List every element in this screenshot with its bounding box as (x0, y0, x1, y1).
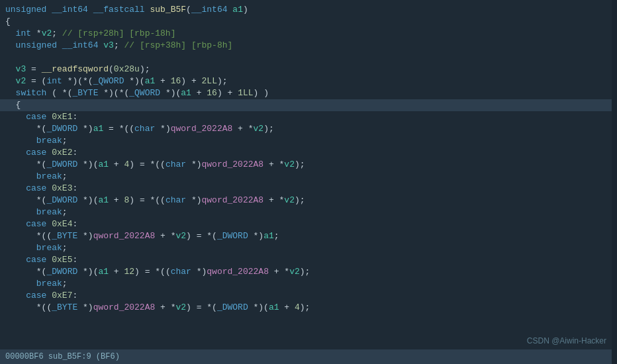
line-content: case 0xE3: (0, 183, 83, 193)
token-var: a1 (93, 124, 104, 134)
code-line: *((_BYTE *)qword_2022A8 + *v2) = *(_DWOR… (0, 230, 617, 242)
scrollbar[interactable] (612, 0, 617, 364)
token-plain: : (72, 219, 77, 229)
line-content: int *v2; // [rsp+28h] [rbp-18h] (0, 28, 181, 38)
token-num: 12 (124, 267, 134, 277)
token-plain: = ( (26, 76, 46, 86)
line-content: switch ( *(_BYTE *)(*(_QWORD *)(a1 + 16)… (0, 88, 274, 98)
token-cast: _BYTE (52, 302, 77, 312)
token-cast: _DWORD (46, 267, 77, 277)
token-plain: ( (109, 64, 114, 74)
token-subname: __readfsqword (42, 64, 109, 74)
token-var: v3 (103, 40, 114, 50)
token-plain: *)( (124, 76, 144, 86)
token-kw: __int64 (62, 40, 99, 50)
token-num: 16 (207, 88, 217, 98)
token-num: 2LL (202, 76, 217, 86)
line-content: unsigned __int64 __fastcall sub_B5F(__in… (0, 5, 254, 15)
token-plain: ) + (217, 88, 238, 98)
token-kw: __int64 (191, 5, 228, 15)
token-kw: case (26, 112, 46, 122)
token-plain: : (72, 112, 77, 122)
token-plain: *) (191, 267, 207, 277)
token-plain: ); (217, 76, 228, 86)
code-line: { (0, 16, 617, 28)
token-num: 0x28u (114, 64, 140, 74)
token-var: a1 (98, 267, 109, 277)
line-content: *(_DWORD *)a1 = *((char *)qword_2022A8 +… (0, 124, 279, 134)
token-plain: ; (62, 171, 68, 181)
token-kw: case (26, 291, 46, 300)
token-kw: __int64 (52, 5, 88, 15)
token-plain: + (279, 302, 295, 312)
code-line: case 0xE5: (0, 254, 617, 266)
token-plain: *(( (5, 302, 52, 312)
token-plain: + (191, 88, 207, 98)
token-plain: : (72, 148, 77, 158)
token-kw: unsigned (5, 5, 46, 15)
token-plain: *( (5, 195, 46, 205)
token-var: v2 (16, 76, 26, 86)
token-num: 0xE1 (52, 112, 72, 122)
token-plain: *) (155, 124, 170, 134)
line-content: break; (0, 171, 73, 181)
line-content: case 0xE4: (0, 219, 83, 229)
token-plain: *)( (248, 302, 269, 312)
token-kw: char (171, 267, 191, 277)
token-plain: ) = *( (186, 231, 217, 241)
token-plain: *)( (77, 267, 98, 277)
token-global: qword_2022A8 (202, 159, 264, 169)
token-plain: ); (295, 195, 305, 205)
token-plain (5, 64, 16, 74)
token-plain: = (26, 64, 41, 74)
token-var: v2 (284, 195, 295, 205)
line-content: { (0, 100, 26, 110)
token-var: a1 (269, 302, 279, 312)
token-cast: _QWORD (129, 88, 160, 98)
code-line: case 0xE7: (0, 290, 617, 302)
token-plain: ; (114, 40, 124, 50)
token-plain: *) (77, 124, 93, 134)
code-line: v3 = __readfsqword(0x28u); (0, 64, 617, 75)
token-var: v3 (16, 64, 26, 74)
watermark: CSDN @Aiwin-Hacker (527, 336, 606, 345)
token-var: v2 (284, 159, 295, 169)
token-var: v2 (289, 267, 300, 277)
token-plain: *( (5, 267, 46, 277)
token-plain: { (5, 100, 21, 110)
token-kw: __fastcall (93, 5, 145, 15)
line-content: v3 = __readfsqword(0x28u); (0, 64, 155, 74)
code-line: break; (0, 171, 617, 183)
code-line: *(_DWORD *)(a1 + 12) = *((char *)qword_2… (0, 266, 617, 278)
token-plain: *) (77, 302, 93, 312)
code-line: case 0xE4: (0, 218, 617, 230)
token-var: a1 (263, 231, 274, 241)
token-plain (5, 28, 16, 38)
token-plain (5, 88, 16, 98)
token-plain: ( (186, 5, 191, 15)
token-comment: // [rsp+28h] [rbp-18h] (62, 28, 176, 38)
token-num: 16 (171, 76, 181, 86)
token-global: qword_2022A8 (93, 231, 156, 241)
code-line (0, 52, 617, 64)
code-container: unsigned __int64 __fastcall sub_B5F(__in… (0, 0, 617, 364)
token-var: a1 (145, 76, 156, 86)
token-plain: { (5, 17, 11, 26)
code-line: unsigned __int64 __fastcall sub_B5F(__in… (0, 4, 617, 16)
token-num: 4 (295, 302, 300, 312)
token-plain: *)(*( (98, 88, 129, 98)
token-plain (57, 40, 62, 50)
line-content: break; (0, 136, 73, 146)
line-content: case 0xE1: (0, 112, 83, 122)
line-content: unsigned __int64 v3; // [rsp+38h] [rbp-8… (0, 40, 238, 50)
token-plain: + * (263, 195, 284, 205)
token-plain: + (155, 76, 170, 86)
token-plain: : (72, 183, 77, 193)
line-content: *(_DWORD *)(a1 + 8) = *((char *)qword_20… (0, 195, 310, 205)
token-plain: ; (52, 28, 62, 38)
token-plain: *(( (5, 231, 52, 241)
line-content: case 0xE5: (0, 255, 83, 265)
token-plain (5, 291, 26, 300)
token-plain: ); (300, 302, 310, 312)
token-plain: ) = *( (186, 302, 217, 312)
